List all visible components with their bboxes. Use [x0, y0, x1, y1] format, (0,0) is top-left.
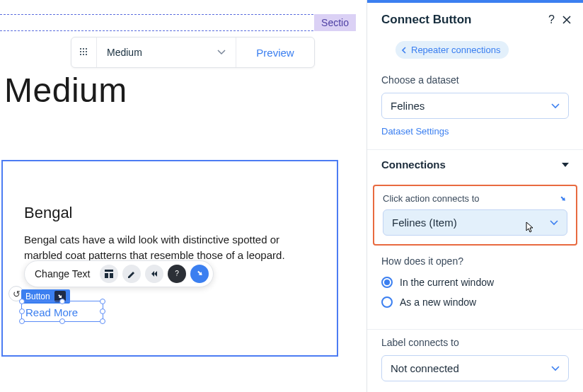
svg-rect-2 — [110, 273, 113, 278]
svg-rect-1 — [105, 273, 108, 278]
connect-icon — [559, 195, 567, 203]
help-icon[interactable]: ? — [548, 13, 555, 26]
triangle-down-icon — [562, 163, 569, 167]
resize-handle[interactable] — [100, 309, 105, 314]
radio-new-window[interactable]: As a new window — [381, 296, 569, 308]
badge-label: Button — [25, 292, 50, 301]
svg-rect-0 — [105, 270, 113, 272]
layout-icon[interactable] — [100, 265, 118, 283]
chevron-left-icon — [401, 47, 407, 54]
chevron-down-icon — [551, 366, 560, 371]
connections-header-label: Connections — [381, 158, 446, 171]
dataset-select[interactable]: Felines — [381, 93, 569, 119]
resize-handle[interactable] — [100, 318, 105, 324]
resize-handle[interactable] — [19, 318, 25, 324]
element-toolbar: Change Text ? — [24, 260, 214, 287]
chevron-down-icon — [551, 103, 560, 109]
size-dropdown-label: Medium — [107, 47, 142, 58]
section-strip — [0, 14, 356, 31]
close-icon[interactable] — [562, 15, 572, 25]
item-description: Bengal cats have a wild look with distin… — [24, 232, 314, 263]
radio-icon — [381, 277, 393, 288]
panel-title: Connect Button — [381, 13, 541, 27]
breadcrumb-label: Repeater connections — [411, 45, 500, 55]
design-icon[interactable] — [122, 265, 141, 283]
preview-button[interactable]: Preview — [236, 47, 314, 59]
dataset-settings-link[interactable]: Dataset Settings — [381, 126, 569, 137]
help-icon[interactable]: ? — [168, 265, 186, 283]
resize-handle[interactable] — [59, 299, 65, 304]
choose-dataset-label: Choose a dataset — [381, 74, 569, 86]
resize-handle[interactable] — [19, 299, 25, 304]
click-action-value: Felines (Item) — [392, 217, 457, 229]
section-tag[interactable]: Sectio — [314, 14, 356, 31]
resize-handle[interactable] — [19, 309, 25, 314]
change-text-button[interactable]: Change Text — [35, 268, 96, 279]
click-action-section: Click action connects to Felines (Item) — [373, 185, 577, 246]
dataset-select-value: Felines — [391, 100, 425, 112]
label-connects-select[interactable]: Not connected — [381, 355, 569, 381]
label-connects-value: Not connected — [391, 362, 459, 374]
repeater-item[interactable]: Bengal Bengal cats have a wild look with… — [1, 160, 338, 357]
label-connects-label: Label connects to — [381, 337, 569, 348]
breadcrumb-back[interactable]: Repeater connections — [396, 41, 509, 59]
radio-icon — [381, 296, 393, 308]
connect-panel: Connect Button ? Repeater connections Ch… — [366, 0, 583, 392]
choose-dataset-section: Choose a dataset Felines Dataset Setting… — [367, 74, 583, 149]
connections-header[interactable]: Connections — [367, 149, 583, 179]
chevron-down-icon — [217, 50, 226, 55]
floating-toolbar: Medium Preview — [71, 37, 315, 68]
selection-outline — [21, 301, 103, 322]
resize-handle[interactable] — [100, 299, 105, 304]
editor-canvas: Sectio Medium Preview Medium Bengal Beng… — [0, 0, 356, 392]
animation-icon[interactable] — [145, 265, 163, 283]
label-connects-section: Label connects to Not connected — [367, 329, 583, 381]
size-dropdown[interactable]: Medium — [97, 38, 236, 67]
resize-handle[interactable] — [59, 318, 65, 324]
drag-handle-icon[interactable] — [71, 38, 97, 67]
open-mode-label: How does it open? — [381, 255, 569, 267]
item-title: Bengal — [24, 204, 73, 222]
connect-data-icon[interactable] — [190, 265, 209, 283]
panel-header: Connect Button ? — [367, 3, 583, 41]
chevron-down-icon — [550, 220, 558, 226]
click-action-select[interactable]: Felines (Item) — [383, 209, 567, 236]
click-action-label: Click action connects to — [383, 193, 480, 204]
radio-label: In the current window — [400, 277, 494, 288]
radio-current-window[interactable]: In the current window — [381, 277, 569, 288]
radio-label: As a new window — [400, 296, 476, 308]
open-mode-section: How does it open? In the current window … — [367, 255, 583, 329]
svg-text:?: ? — [175, 270, 180, 277]
page-title: Medium — [4, 71, 127, 110]
